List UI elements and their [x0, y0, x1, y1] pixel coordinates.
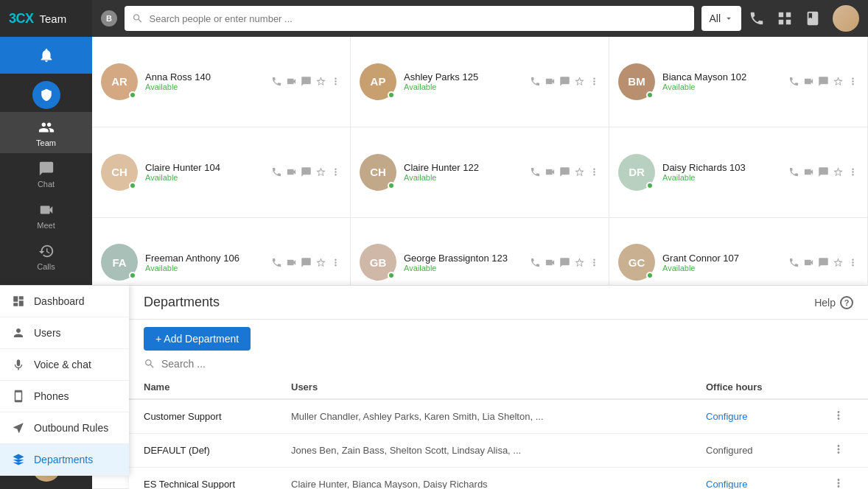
- chat-action-icon[interactable]: [301, 166, 312, 177]
- menu-item-users[interactable]: Users: [0, 317, 129, 349]
- contact-actions: [530, 257, 600, 268]
- video-action-icon[interactable]: [545, 166, 556, 177]
- video-action-icon[interactable]: [803, 76, 814, 87]
- more-action-icon[interactable]: [589, 257, 600, 268]
- departments-header: Departments Help ?: [129, 286, 868, 320]
- search-bar[interactable]: [125, 6, 694, 31]
- star-action-icon[interactable]: [833, 257, 844, 268]
- contact-actions: [788, 166, 858, 177]
- dashboard-icon: [12, 295, 25, 308]
- phone-action-icon[interactable]: [271, 76, 282, 87]
- more-action-icon[interactable]: [847, 166, 858, 177]
- grid-header-icon[interactable]: [777, 10, 793, 27]
- chat-action-icon[interactable]: [559, 76, 570, 87]
- menu-item-outbound-rules[interactable]: Outbound Rules: [0, 412, 129, 444]
- phone-action-icon[interactable]: [530, 76, 541, 87]
- contact-info: Claire Hunter 104 Available: [145, 162, 264, 182]
- phone-action-icon[interactable]: [788, 76, 799, 87]
- b-badge: B: [101, 10, 117, 27]
- star-action-icon[interactable]: [574, 76, 585, 87]
- sidebar-item-team[interactable]: Team: [0, 112, 92, 153]
- col-office-hours: Office hours: [706, 381, 824, 393]
- chat-action-icon[interactable]: [818, 76, 829, 87]
- notification-button[interactable]: [0, 37, 92, 74]
- dept-row-more-menu[interactable]: [824, 443, 853, 458]
- phone-action-icon[interactable]: [530, 166, 541, 177]
- contact-info: George Brassignton 123 Available: [404, 253, 522, 272]
- more-action-icon[interactable]: [589, 166, 600, 177]
- star-action-icon[interactable]: [315, 76, 326, 87]
- page-title: Team: [40, 13, 67, 25]
- phone-header-icon[interactable]: [749, 10, 765, 27]
- left-menu-panel: Dashboard Users Voice & chat Phones Outb: [0, 285, 129, 476]
- video-action-icon[interactable]: [545, 76, 556, 87]
- chat-icon: [38, 161, 55, 177]
- contact-status: Available: [404, 82, 522, 91]
- star-action-icon[interactable]: [574, 166, 585, 177]
- chat-action-icon[interactable]: [818, 166, 829, 177]
- menu-item-voice-chat[interactable]: Voice & chat: [0, 349, 129, 381]
- sidebar-item-chat[interactable]: Chat: [0, 153, 92, 194]
- contact-status: Available: [662, 264, 781, 272]
- video-action-icon[interactable]: [803, 166, 814, 177]
- user-header-avatar[interactable]: [833, 5, 859, 32]
- sidebar-item-calls[interactable]: Calls: [0, 236, 92, 277]
- help-button[interactable]: Help ?: [814, 296, 853, 309]
- star-action-icon[interactable]: [833, 166, 844, 177]
- more-action-icon[interactable]: [847, 76, 858, 87]
- departments-title: Departments: [144, 295, 814, 310]
- dept-row-hours-link[interactable]: Configure: [706, 411, 824, 422]
- table-row: ES Technical Support Claire Hunter, Bian…: [129, 468, 868, 489]
- dept-row-more-menu[interactable]: [824, 476, 853, 489]
- phone-action-icon[interactable]: [271, 166, 282, 177]
- more-action-icon[interactable]: [847, 257, 858, 268]
- video-action-icon[interactable]: [286, 76, 297, 87]
- video-action-icon[interactable]: [286, 166, 297, 177]
- chat-action-icon[interactable]: [818, 257, 829, 268]
- menu-item-departments[interactable]: Departments: [0, 444, 129, 476]
- contact-card: AP Ashley Parks 125 Available: [351, 37, 609, 127]
- star-action-icon[interactable]: [315, 257, 326, 268]
- more-action-icon[interactable]: [330, 257, 341, 268]
- menu-item-phones[interactable]: Phones: [0, 381, 129, 412]
- status-indicator-button[interactable]: [32, 81, 60, 109]
- more-action-icon[interactable]: [589, 76, 600, 87]
- phone-action-icon[interactable]: [530, 257, 541, 268]
- contact-name: Claire Hunter 104: [145, 162, 264, 173]
- dept-row-users: Jones Ben, Zain Bass, Shelton Scott, Lin…: [291, 445, 706, 456]
- video-action-icon[interactable]: [803, 257, 814, 268]
- chat-action-icon[interactable]: [301, 257, 312, 268]
- outbound-icon: [12, 421, 25, 435]
- phone-action-icon[interactable]: [788, 166, 799, 177]
- brand-bar: 3CX Team: [0, 0, 92, 37]
- add-dept-area: + Add Department: [129, 320, 868, 353]
- phone-action-icon[interactable]: [271, 257, 282, 268]
- star-action-icon[interactable]: [315, 166, 326, 177]
- search-icon: [132, 13, 144, 24]
- chat-action-icon[interactable]: [301, 76, 312, 87]
- filter-dropdown[interactable]: All: [701, 6, 741, 31]
- chat-action-icon[interactable]: [559, 257, 570, 268]
- phone-action-icon[interactable]: [788, 257, 799, 268]
- dept-search-input[interactable]: [161, 358, 309, 370]
- chat-action-icon[interactable]: [559, 166, 570, 177]
- book-header-icon[interactable]: [805, 10, 821, 27]
- star-action-icon[interactable]: [833, 76, 844, 87]
- star-action-icon[interactable]: [574, 257, 585, 268]
- phones-icon: [12, 390, 25, 403]
- video-action-icon[interactable]: [545, 257, 556, 268]
- video-action-icon[interactable]: [286, 257, 297, 268]
- contact-name: Grant Connor 107: [662, 253, 781, 264]
- add-department-button[interactable]: + Add Department: [144, 327, 251, 351]
- search-input[interactable]: [150, 13, 687, 24]
- more-action-icon[interactable]: [330, 76, 341, 87]
- header-icons: [749, 5, 859, 32]
- dept-row-more-menu[interactable]: [824, 409, 853, 424]
- dept-row-hours-link[interactable]: Configure: [706, 479, 824, 489]
- sidebar-item-meet[interactable]: Meet: [0, 194, 92, 236]
- contact-avatar-wrapper: CH: [360, 154, 396, 191]
- menu-item-dashboard[interactable]: Dashboard: [0, 286, 129, 317]
- more-action-icon[interactable]: [330, 166, 341, 177]
- voice-icon: [12, 358, 25, 371]
- contact-avatar-wrapper: AR: [101, 63, 138, 100]
